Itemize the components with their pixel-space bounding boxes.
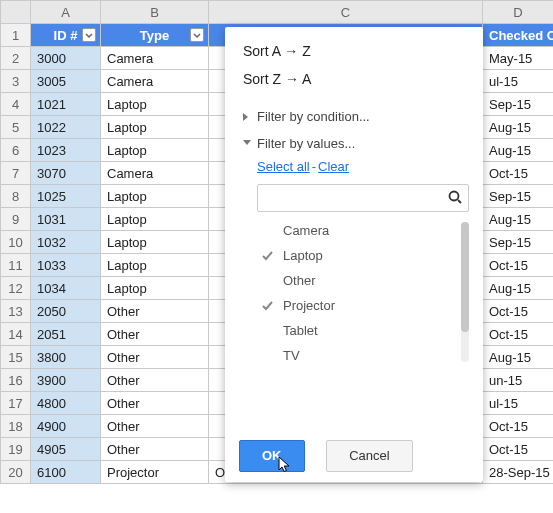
col-header-A[interactable]: A bbox=[31, 1, 101, 24]
sort-za[interactable]: Sort Z → A bbox=[225, 65, 483, 93]
scrollbar[interactable] bbox=[461, 222, 469, 362]
row-header-1[interactable]: 1 bbox=[1, 24, 31, 47]
cell-B[interactable]: Other bbox=[101, 438, 209, 461]
cell-A[interactable]: 3070 bbox=[31, 162, 101, 185]
row-header[interactable]: 8 bbox=[1, 185, 31, 208]
cell-A[interactable]: 1023 bbox=[31, 139, 101, 162]
header-id[interactable]: ID # bbox=[31, 24, 101, 47]
scrollbar-thumb[interactable] bbox=[461, 222, 469, 332]
row-header[interactable]: 11 bbox=[1, 254, 31, 277]
cell-D[interactable]: Aug-15 bbox=[483, 346, 554, 369]
cell-D[interactable]: 28-Sep-15 bbox=[483, 461, 554, 484]
cell-A[interactable]: 1022 bbox=[31, 116, 101, 139]
cell-B[interactable]: Laptop bbox=[101, 208, 209, 231]
row-header[interactable]: 2 bbox=[1, 47, 31, 70]
cell-B[interactable]: Projector bbox=[101, 461, 209, 484]
cell-A[interactable]: 1031 bbox=[31, 208, 101, 231]
row-header[interactable]: 4 bbox=[1, 93, 31, 116]
row-header[interactable]: 15 bbox=[1, 346, 31, 369]
cell-D[interactable]: ul-15 bbox=[483, 392, 554, 415]
filter-by-values[interactable]: Filter by values... bbox=[225, 130, 483, 157]
row-header[interactable]: 18 bbox=[1, 415, 31, 438]
filter-value-list[interactable]: CameraLaptopOtherProjectorTabletTV bbox=[257, 218, 469, 368]
cell-D[interactable]: Aug-15 bbox=[483, 139, 554, 162]
filter-icon[interactable] bbox=[82, 28, 96, 42]
cell-A[interactable]: 3005 bbox=[31, 70, 101, 93]
cell-A[interactable]: 1032 bbox=[31, 231, 101, 254]
cell-D[interactable]: Oct-15 bbox=[483, 300, 554, 323]
cell-D[interactable]: ul-15 bbox=[483, 70, 554, 93]
cell-D[interactable]: Oct-15 bbox=[483, 254, 554, 277]
filter-value-item[interactable]: Tablet bbox=[257, 318, 469, 343]
row-header[interactable]: 20 bbox=[1, 461, 31, 484]
cell-D[interactable]: Aug-15 bbox=[483, 116, 554, 139]
row-header[interactable]: 16 bbox=[1, 369, 31, 392]
row-header[interactable]: 19 bbox=[1, 438, 31, 461]
filter-search-input[interactable] bbox=[257, 184, 469, 212]
clear-link[interactable]: Clear bbox=[318, 159, 349, 174]
cell-B[interactable]: Laptop bbox=[101, 139, 209, 162]
cell-A[interactable]: 3900 bbox=[31, 369, 101, 392]
cell-A[interactable]: 1034 bbox=[31, 277, 101, 300]
cell-A[interactable]: 3800 bbox=[31, 346, 101, 369]
cell-B[interactable]: Laptop bbox=[101, 185, 209, 208]
cell-B[interactable]: Laptop bbox=[101, 231, 209, 254]
row-header[interactable]: 6 bbox=[1, 139, 31, 162]
col-header-B[interactable]: B bbox=[101, 1, 209, 24]
cell-B[interactable]: Other bbox=[101, 346, 209, 369]
filter-value-item[interactable]: Laptop bbox=[257, 243, 469, 268]
row-header[interactable]: 10 bbox=[1, 231, 31, 254]
filter-by-condition[interactable]: Filter by condition... bbox=[225, 103, 483, 130]
row-header[interactable]: 14 bbox=[1, 323, 31, 346]
cell-D[interactable]: Sep-15 bbox=[483, 93, 554, 116]
cell-D[interactable]: Oct-15 bbox=[483, 323, 554, 346]
cell-D[interactable]: May-15 bbox=[483, 47, 554, 70]
cell-D[interactable]: Sep-15 bbox=[483, 231, 554, 254]
col-header-C[interactable]: C bbox=[209, 1, 483, 24]
row-header[interactable]: 7 bbox=[1, 162, 31, 185]
row-header[interactable]: 17 bbox=[1, 392, 31, 415]
cell-A[interactable]: 4905 bbox=[31, 438, 101, 461]
cell-A[interactable]: 1033 bbox=[31, 254, 101, 277]
cell-B[interactable]: Camera bbox=[101, 70, 209, 93]
cell-A[interactable]: 4900 bbox=[31, 415, 101, 438]
cell-D[interactable]: Aug-15 bbox=[483, 277, 554, 300]
cell-D[interactable]: Oct-15 bbox=[483, 415, 554, 438]
cell-B[interactable]: Other bbox=[101, 369, 209, 392]
cell-B[interactable]: Other bbox=[101, 392, 209, 415]
row-header[interactable]: 9 bbox=[1, 208, 31, 231]
cell-A[interactable]: 1021 bbox=[31, 93, 101, 116]
ok-button[interactable]: OK bbox=[239, 440, 305, 472]
corner-cell[interactable] bbox=[1, 1, 31, 24]
cell-A[interactable]: 6100 bbox=[31, 461, 101, 484]
row-header[interactable]: 12 bbox=[1, 277, 31, 300]
filter-value-item[interactable]: Camera bbox=[257, 218, 469, 243]
cell-A[interactable]: 2050 bbox=[31, 300, 101, 323]
row-header[interactable]: 3 bbox=[1, 70, 31, 93]
cell-B[interactable]: Laptop bbox=[101, 277, 209, 300]
filter-icon[interactable] bbox=[190, 28, 204, 42]
cell-A[interactable]: 2051 bbox=[31, 323, 101, 346]
filter-value-item[interactable]: Other bbox=[257, 268, 469, 293]
cell-A[interactable]: 3000 bbox=[31, 47, 101, 70]
cell-B[interactable]: Other bbox=[101, 300, 209, 323]
cell-B[interactable]: Other bbox=[101, 415, 209, 438]
cell-B[interactable]: Camera bbox=[101, 47, 209, 70]
cell-A[interactable]: 4800 bbox=[31, 392, 101, 415]
cell-D[interactable]: Aug-15 bbox=[483, 208, 554, 231]
cancel-button[interactable]: Cancel bbox=[326, 440, 412, 472]
filter-value-item[interactable]: Projector bbox=[257, 293, 469, 318]
cell-A[interactable]: 1025 bbox=[31, 185, 101, 208]
cell-D[interactable]: Oct-15 bbox=[483, 162, 554, 185]
cell-D[interactable]: Sep-15 bbox=[483, 185, 554, 208]
row-header[interactable]: 13 bbox=[1, 300, 31, 323]
row-header[interactable]: 5 bbox=[1, 116, 31, 139]
cell-D[interactable]: Oct-15 bbox=[483, 438, 554, 461]
cell-B[interactable]: Laptop bbox=[101, 116, 209, 139]
cell-B[interactable]: Other bbox=[101, 323, 209, 346]
header-type[interactable]: Type bbox=[101, 24, 209, 47]
col-header-D[interactable]: D bbox=[483, 1, 554, 24]
select-all-link[interactable]: Select all bbox=[257, 159, 310, 174]
cell-B[interactable]: Laptop bbox=[101, 93, 209, 116]
cell-B[interactable]: Laptop bbox=[101, 254, 209, 277]
